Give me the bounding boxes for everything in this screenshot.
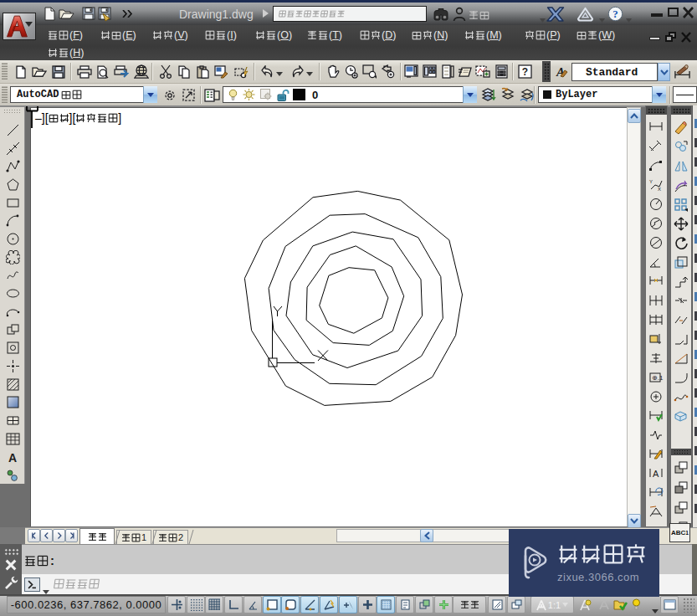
svg-text:Y: Y <box>649 179 653 184</box>
svg-text:?: ? <box>522 66 528 78</box>
svg-text:A: A <box>653 469 659 479</box>
svg-text:?: ? <box>612 8 618 20</box>
svg-text:X: X <box>658 187 661 192</box>
svg-text:A: A <box>8 451 17 465</box>
svg-text:⊕.1: ⊕.1 <box>652 374 664 382</box>
